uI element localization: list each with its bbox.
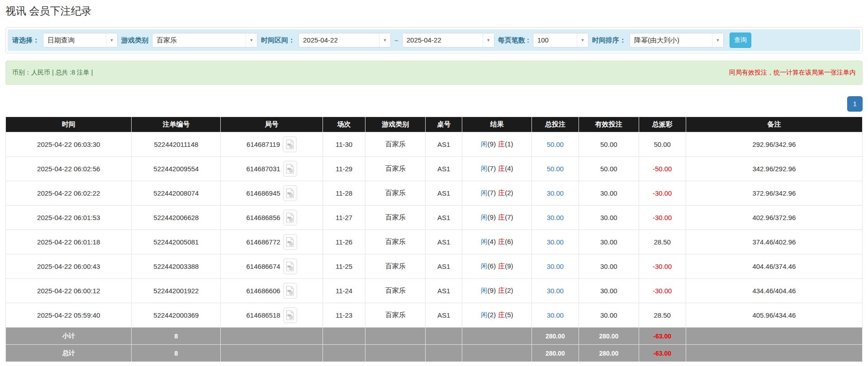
total-bet-link[interactable]: 50.00 bbox=[547, 165, 564, 173]
result-banker-label: 庄 bbox=[498, 311, 505, 319]
date-to-input[interactable]: 2025-04-22 ▼ bbox=[402, 33, 494, 47]
column-header: 时间 bbox=[6, 117, 132, 132]
total-bet-link[interactable]: 30.00 bbox=[547, 287, 564, 295]
result-banker-score: (2) bbox=[505, 286, 513, 294]
column-header: 局号 bbox=[221, 117, 323, 132]
video-replay-button[interactable] bbox=[283, 283, 297, 299]
column-header: 场次 bbox=[323, 117, 365, 132]
total-bet-link[interactable]: 30.00 bbox=[547, 238, 564, 246]
table-row: 2025-04-22 06:00:43 522442003388 6146866… bbox=[6, 254, 863, 279]
cell-remark: 405.96/434.46 bbox=[686, 303, 862, 328]
summary-payout: -63.00 bbox=[639, 345, 686, 362]
table-footer: 小计 8 280.00 280.00 -63.00 总计 8 280.00 28… bbox=[6, 328, 863, 362]
total-bet-link[interactable]: 30.00 bbox=[547, 311, 564, 319]
pagination-page-1-button[interactable]: 1 bbox=[847, 96, 863, 112]
cell-payout: 28.50 bbox=[639, 230, 686, 254]
summary-valid-bet: 280.00 bbox=[579, 345, 639, 362]
video-replay-button[interactable] bbox=[283, 185, 297, 201]
column-header: 备注 bbox=[686, 117, 862, 132]
result-player-label: 闲 bbox=[481, 238, 488, 245]
result-banker-label: 庄 bbox=[498, 140, 505, 148]
date-from-input[interactable]: 2025-04-22 ▼ bbox=[299, 33, 391, 47]
cell-valid-bet: 30.00 bbox=[579, 254, 639, 279]
column-header: 游戏类别 bbox=[365, 117, 426, 132]
chevron-down-icon: ▼ bbox=[379, 33, 390, 47]
total-bet-link[interactable]: 30.00 bbox=[547, 214, 564, 221]
video-replay-button[interactable] bbox=[283, 210, 297, 225]
result-banker-score: (5) bbox=[505, 311, 513, 319]
cell-remark: 292.96/342.96 bbox=[686, 132, 862, 157]
video-file-icon bbox=[285, 212, 294, 223]
result-banker-score: (2) bbox=[505, 189, 513, 197]
game-type-value: 百家乐 bbox=[152, 33, 246, 47]
cell-time: 2025-04-22 05:59:40 bbox=[6, 303, 132, 328]
video-replay-button[interactable] bbox=[283, 258, 297, 274]
chevron-down-icon: ▼ bbox=[712, 33, 723, 47]
cell-bet-id: 522442011148 bbox=[132, 132, 221, 157]
time-sort-value: 降幂(由大到小) bbox=[630, 33, 712, 47]
page-size-select[interactable]: 100 ▼ bbox=[533, 33, 588, 47]
cell-total-bet: 50.00 bbox=[531, 157, 579, 181]
video-file-icon bbox=[285, 237, 294, 247]
video-replay-button[interactable] bbox=[283, 234, 297, 250]
cell-payout: -30.00 bbox=[639, 206, 686, 230]
video-replay-button[interactable] bbox=[283, 161, 297, 177]
cell-payout: -30.00 bbox=[639, 254, 686, 279]
cell-session: 11-28 bbox=[323, 181, 365, 206]
cell-table-no: AS1 bbox=[426, 303, 462, 328]
cell-game-type: 百家乐 bbox=[365, 279, 426, 303]
cell-result: 闲(9)庄(1) bbox=[462, 132, 531, 157]
cell-session: 11-26 bbox=[323, 230, 365, 254]
cell-table-no: AS1 bbox=[426, 132, 462, 157]
video-file-icon bbox=[285, 164, 294, 174]
cell-table-no: AS1 bbox=[426, 181, 462, 206]
cell-time: 2025-04-22 06:00:12 bbox=[6, 279, 132, 303]
cell-game-type: 百家乐 bbox=[365, 230, 426, 254]
time-sort-select[interactable]: 降幂(由大到小) ▼ bbox=[630, 33, 724, 47]
cell-bet-id: 522442008074 bbox=[132, 181, 221, 206]
summary-currency-count: 币别：人民币 | 总共 :8 注单 | bbox=[12, 69, 93, 77]
video-replay-button[interactable] bbox=[283, 136, 297, 152]
cell-result: 闲(4)庄(6) bbox=[462, 230, 531, 254]
result-banker-label: 庄 bbox=[498, 286, 505, 294]
video-replay-button[interactable] bbox=[283, 307, 297, 323]
result-player-score: (6) bbox=[488, 262, 496, 270]
total-bet-link[interactable]: 30.00 bbox=[547, 263, 564, 270]
cell-game-type: 百家乐 bbox=[365, 303, 426, 328]
search-button[interactable]: 查询 bbox=[730, 33, 751, 48]
cell-session: 11-25 bbox=[323, 254, 365, 279]
result-player-score: (7) bbox=[488, 189, 496, 197]
result-player-score: (2) bbox=[488, 311, 496, 319]
query-type-select[interactable]: 日期查询 ▼ bbox=[43, 33, 118, 47]
cell-table-no: AS1 bbox=[426, 157, 462, 181]
date-from-value: 2025-04-22 bbox=[299, 33, 379, 47]
round-id-text: 614686945 bbox=[247, 189, 280, 197]
cell-bet-id: 522442009554 bbox=[132, 157, 221, 181]
total-bet-link[interactable]: 50.00 bbox=[547, 141, 564, 148]
cell-bet-id: 522442001922 bbox=[132, 279, 221, 303]
cell-total-bet: 50.00 bbox=[531, 132, 579, 157]
cell-table-no: AS1 bbox=[426, 254, 462, 279]
cell-total-bet: 30.00 bbox=[531, 303, 579, 328]
cell-session: 11-23 bbox=[323, 303, 365, 328]
table-row: 2025-04-22 06:02:56 522442009554 6146870… bbox=[6, 157, 863, 181]
cell-round-id: 614687119 bbox=[221, 132, 323, 157]
cell-remark: 342.96/292.96 bbox=[686, 157, 862, 181]
table-body: 2025-04-22 06:03:30 522442011148 6146871… bbox=[6, 132, 863, 328]
summary-empty-cell bbox=[462, 345, 531, 362]
cell-game-type: 百家乐 bbox=[365, 206, 426, 230]
result-banker-score: (4) bbox=[505, 164, 513, 172]
round-id-text: 614686674 bbox=[247, 263, 280, 270]
summary-count: 8 bbox=[132, 345, 221, 362]
column-header: 总派彩 bbox=[639, 117, 686, 132]
game-type-label: 游戏类别 bbox=[121, 36, 148, 45]
summary-empty-cell bbox=[365, 328, 426, 345]
result-banker-label: 庄 bbox=[498, 189, 505, 197]
summary-row: 小计 8 280.00 280.00 -63.00 bbox=[6, 328, 863, 345]
total-bet-link[interactable]: 30.00 bbox=[547, 189, 564, 197]
video-file-icon bbox=[285, 286, 294, 296]
game-type-select[interactable]: 百家乐 ▼ bbox=[152, 33, 257, 47]
summary-warning-text: 同局有效投注，统一计算在该局第一张注单内 bbox=[729, 69, 856, 77]
cell-result: 闲(9)庄(7) bbox=[462, 206, 531, 230]
cell-remark: 434.46/404.46 bbox=[686, 279, 862, 303]
